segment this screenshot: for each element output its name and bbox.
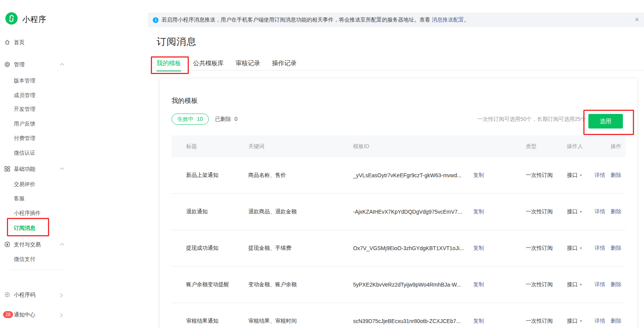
cell-template-id: _yVLsEasOytr7vKeEFgr9czT-gkW63-mvwd... bbox=[353, 172, 461, 178]
delete-link[interactable]: 删除 bbox=[611, 281, 621, 287]
sidebar-item-wechat-verify[interactable]: 微信认证 bbox=[0, 147, 77, 158]
cell-actions: 详情删除 bbox=[594, 208, 621, 215]
chevron-up-icon bbox=[60, 63, 64, 66]
delete-link[interactable]: 删除 bbox=[611, 245, 621, 251]
copy-link[interactable]: 复制 bbox=[473, 245, 484, 252]
detail-link[interactable]: 详情 bbox=[594, 208, 605, 214]
mini-code-icon bbox=[4, 292, 10, 298]
detail-link[interactable]: 详情 bbox=[594, 281, 605, 287]
sidebar-item-minicode[interactable]: 小程序码 bbox=[0, 289, 77, 300]
delete-link[interactable]: 删除 bbox=[611, 208, 621, 214]
col-header-keywords: 关键词 bbox=[248, 143, 264, 150]
delete-link[interactable]: 删除 bbox=[611, 172, 621, 178]
cell-title: 新品上架通知 bbox=[186, 172, 218, 179]
cell-template-id: -AjxKZAtHEvX7KpYdDQDgVdg975vcEmV7... bbox=[353, 209, 462, 215]
cell-keywords: 变动金额、账户余额 bbox=[248, 281, 297, 288]
sidebar-item-payment-trade[interactable]: 支付与交易 bbox=[0, 239, 77, 250]
miniprogram-logo-icon bbox=[5, 12, 18, 25]
tabbar-divider bbox=[148, 70, 644, 71]
copy-link[interactable]: 复制 bbox=[473, 281, 484, 288]
col-header-template-id: 模板ID bbox=[353, 143, 369, 150]
filter-active-pill[interactable]: 生效中10 bbox=[172, 114, 209, 125]
sidebar-item-home[interactable]: 首页 bbox=[0, 36, 77, 48]
cell-title: 退款通知 bbox=[186, 208, 208, 215]
copy-link[interactable]: 复制 bbox=[473, 172, 484, 179]
cell-actions: 详情删除 bbox=[594, 281, 621, 288]
operator-dropdown[interactable]: 接口▾ bbox=[567, 318, 582, 325]
cell-type: 一次性订阅 bbox=[526, 208, 553, 215]
select-button[interactable]: 选用 bbox=[588, 114, 623, 129]
table-row: 退款通知 退款商品、退款金额 -AjxKZAtHEvX7KpYdDQDgVdg9… bbox=[172, 194, 626, 230]
tab-operation-records[interactable]: 操作记录 bbox=[272, 59, 297, 71]
cell-template-id: scN39D75cJjeBEcxu31nr80otb-ZCXJCEb7... bbox=[353, 318, 461, 324]
detail-link[interactable]: 详情 bbox=[594, 245, 605, 251]
home-icon bbox=[4, 39, 10, 45]
quota-note: 一次性订阅可选用50个，长期订阅可选用25个 bbox=[477, 114, 586, 125]
sidebar-item-plugins[interactable]: 小程序插件 bbox=[0, 207, 77, 219]
tab-bar: 我的模板 公共模板库 审核记录 操作记录 bbox=[157, 59, 307, 71]
chevron-right-icon bbox=[60, 313, 63, 318]
cell-type: 一次性订阅 bbox=[526, 281, 553, 288]
cell-type: 一次性订阅 bbox=[526, 172, 553, 179]
tab-review-records[interactable]: 审核记录 bbox=[236, 59, 260, 71]
yen-circle-icon bbox=[4, 241, 10, 247]
sidebar-item-subscribe-message[interactable]: 订阅消息 bbox=[0, 222, 77, 234]
operator-dropdown[interactable]: 接口▾ bbox=[567, 245, 582, 252]
copy-link[interactable]: 复制 bbox=[473, 208, 484, 215]
col-header-type: 类型 bbox=[526, 143, 537, 150]
sidebar-item-dev-manage[interactable]: 开发管理 bbox=[0, 103, 77, 115]
caret-down-icon: ▾ bbox=[580, 209, 582, 214]
delete-link[interactable]: 删除 bbox=[611, 318, 621, 324]
chevron-up-icon bbox=[60, 167, 64, 170]
table-row: 提现成功通知 提现金额、手续费 Ox7V_VGSMj9EioO-3zhGYdgK… bbox=[172, 230, 626, 267]
cell-title: 提现成功通知 bbox=[186, 245, 218, 252]
tab-public-template-library[interactable]: 公共模板库 bbox=[193, 59, 224, 71]
cell-type: 一次性订阅 bbox=[526, 318, 553, 325]
cell-keywords: 退款商品、退款金额 bbox=[248, 208, 297, 215]
copy-link[interactable]: 复制 bbox=[473, 318, 484, 325]
sidebar-item-notification-center[interactable]: 通知中心28 bbox=[0, 309, 77, 320]
sidebar-item-customer-service[interactable]: 客服 bbox=[0, 193, 77, 204]
cell-keywords: 审核结果、审核时间 bbox=[248, 318, 297, 325]
detail-link[interactable]: 详情 bbox=[594, 172, 605, 178]
cell-title: 账户余额变动提醒 bbox=[186, 281, 229, 288]
templates-table: 标题 关键词 模板ID 类型 操作人 操作 新品上架通知 商品名称、售价 _yV… bbox=[172, 135, 626, 328]
sidebar-item-user-feedback[interactable]: 用户反馈 bbox=[0, 118, 77, 129]
operator-dropdown[interactable]: 接口▾ bbox=[567, 172, 582, 179]
col-header-title: 标题 bbox=[186, 143, 197, 150]
tab-my-templates[interactable]: 我的模板 bbox=[157, 59, 181, 71]
sidebar-item-pay-manage[interactable]: 付费管理 bbox=[0, 132, 77, 144]
sidebar-item-wechat-pay[interactable]: 微信支付 bbox=[0, 253, 77, 265]
cell-actions: 详情删除 bbox=[594, 172, 621, 179]
col-header-actions: 操作 bbox=[611, 143, 621, 150]
sidebar-item-trade-review[interactable]: 交易评价 bbox=[0, 178, 77, 190]
operator-dropdown[interactable]: 接口▾ bbox=[567, 208, 582, 215]
banner-push-config-link[interactable]: 消息推送配置 bbox=[432, 16, 464, 23]
table-header-row: 标题 关键词 模板ID 类型 操作人 操作 bbox=[172, 135, 626, 157]
sidebar-item-basic-functions[interactable]: 基础功能 bbox=[0, 163, 77, 175]
filter-active-count: 10 bbox=[197, 116, 203, 122]
info-icon: i bbox=[153, 17, 159, 23]
cell-template-id: Ox7V_VGSMj9EioO-3zhGYdgKBT1XVT1oJi... bbox=[353, 245, 464, 251]
caret-down-icon: ▾ bbox=[580, 319, 582, 323]
sidebar-item-manage[interactable]: 管理 bbox=[0, 59, 77, 70]
detail-link[interactable]: 详情 bbox=[594, 318, 605, 324]
caret-down-icon: ▾ bbox=[580, 173, 582, 177]
close-icon[interactable]: × bbox=[635, 15, 639, 24]
operator-dropdown[interactable]: 接口▾ bbox=[567, 281, 582, 288]
cell-template-id: 5yPXE2KbvVeRz2dTyijw9pWo4RmhBJa-W... bbox=[353, 282, 461, 288]
sidebar-item-version-manage[interactable]: 版本管理 bbox=[0, 75, 77, 86]
my-templates-panel: 我的模板 生效中10 已删除0 一次性订阅可选用50个，长期订阅可选用25个 选… bbox=[160, 79, 637, 328]
banner-text: 若启用小程序消息推送，用户在手机客户端使用订阅消息功能的相关事件，将会推送至所配… bbox=[162, 16, 430, 23]
sidebar-item-member-manage[interactable]: 成员管理 bbox=[0, 89, 77, 101]
banner-text-suffix: 。 bbox=[464, 16, 469, 23]
caret-down-icon: ▾ bbox=[580, 282, 582, 287]
chevron-right-icon bbox=[60, 293, 63, 298]
filter-deleted[interactable]: 已删除0 bbox=[215, 114, 238, 125]
sidebar: 小程序 首页 管理 版本管理 成员管理 开发管理 用户反馈 付费管理 微信认证 … bbox=[0, 0, 77, 328]
table-row: 审核结果通知 审核结果、审核时间 scN39D75cJjeBEcxu31nr80… bbox=[172, 303, 626, 328]
cell-keywords: 商品名称、售价 bbox=[248, 172, 286, 179]
filter-deleted-count: 0 bbox=[234, 116, 238, 122]
cell-type: 一次性订阅 bbox=[526, 245, 553, 252]
sidebar-item-label: 管理 bbox=[14, 59, 25, 70]
